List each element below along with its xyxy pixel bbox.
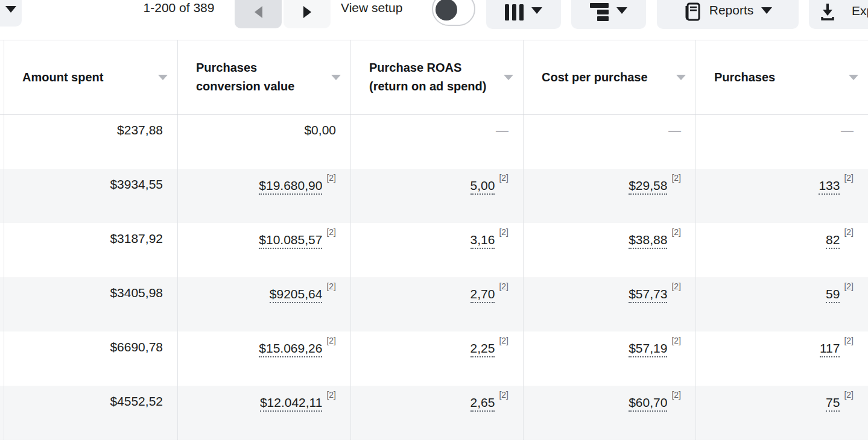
footnote-marker: [2] [671,173,681,183]
cell-amount-spent: $6690,78 [4,331,177,386]
toggle-knob [436,0,457,20]
column-header-amount-spent[interactable]: Amount spent [4,40,177,114]
chevron-down-icon [531,7,542,14]
footnote-marker: [2] [844,281,854,291]
footnote-marker: [2] [499,281,508,291]
cell-amount-spent: $3405,98 [4,277,177,331]
view-setup-toggle[interactable] [432,0,475,26]
cell-roas[interactable]: 2,25[2] [350,331,523,386]
reports-dropdown-button[interactable]: Reports [657,0,799,29]
cell-cost-per-purchase[interactable]: $57,73[2] [523,277,695,331]
download-icon [819,2,836,22]
cell-roas[interactable]: 2,65[2] [350,386,523,440]
cell-roas[interactable]: 2,70[2] [350,277,523,331]
column-header-cost-per-purchase[interactable]: Cost per purchase [523,40,695,114]
cell-cost-per-purchase[interactable]: $57,19[2] [523,331,695,386]
footnote-marker: [2] [326,173,336,183]
cell-roas[interactable]: 5,00[2] [350,169,523,223]
cell-conversion-value[interactable]: $15.069,26[2] [177,331,350,386]
report-document-icon [683,2,702,22]
breakdown-dropdown-button[interactable] [571,0,646,29]
footnote-marker: [2] [844,336,854,345]
footnote-marker: [2] [671,390,681,400]
clipped-left-dropdown-button[interactable] [0,0,22,27]
footnote-marker: [2] [499,390,508,400]
export-button[interactable]: Export [809,0,868,29]
footnote-marker: [2] [326,227,336,237]
cell-purchases[interactable]: 133[2] [695,169,868,223]
table-row: $3934,55 $19.680,90[2] 5,00[2] $29,58[2]… [0,169,868,223]
footnote-marker: [2] [499,227,508,237]
column-header-purchases[interactable]: Purchases [695,40,868,114]
previous-page-button[interactable] [235,0,282,28]
column-header-purchases-conversion-value[interactable]: Purchases conversion value [177,40,350,114]
sort-dropdown-icon[interactable] [849,75,858,80]
footnote-marker: [2] [326,390,336,400]
chevron-down-icon [761,7,772,14]
cell-conversion-value[interactable]: $12.042,11[2] [177,386,350,440]
footnote-marker: [2] [326,336,336,345]
cell-conversion-value[interactable]: $19.680,90[2] [177,169,350,223]
sort-dropdown-icon[interactable] [158,75,168,80]
cell-purchases[interactable]: 82[2] [695,223,868,277]
cell-cost-per-purchase[interactable]: $60,70[2] [523,386,695,440]
table-row: $6690,78 $15.069,26[2] 2,25[2] $57,19[2]… [0,331,868,386]
columns-dropdown-button[interactable] [486,0,561,29]
cell-conversion-value[interactable]: $10.085,57[2] [177,223,350,277]
cell-conversion-value[interactable]: $9205,64[2] [177,277,350,331]
cell-cost-per-purchase: — [523,115,695,169]
chevron-down-icon [5,6,16,13]
column-header-label: Purchases [714,68,775,87]
cell-purchases[interactable]: 59[2] [695,277,868,331]
breakdown-icon [590,3,609,21]
sort-dropdown-icon[interactable] [331,75,341,80]
columns-icon [505,4,524,20]
cell-amount-spent: $237,88 [4,115,177,169]
footnote-marker: [2] [671,227,681,237]
cell-purchases: — [695,115,868,169]
footnote-marker: [2] [499,336,508,345]
cell-amount-spent: $4552,52 [4,386,177,440]
sort-dropdown-icon[interactable] [676,75,686,80]
column-header-label: Cost per purchase [542,68,648,87]
ads-manager-table-view: 1-200 of 389 View setup Report [0,0,868,443]
table-row: $3405,98 $9205,64[2] 2,70[2] $57,73[2] 5… [0,277,868,331]
table-row: $3187,92 $10.085,57[2] 3,16[2] $38,88[2]… [0,223,868,277]
cell-cost-per-purchase[interactable]: $29,58[2] [523,169,695,223]
footnote-marker: [2] [844,227,854,237]
table-toolbar: 1-200 of 389 View setup Report [0,0,868,40]
export-button-label: Export [852,4,868,18]
column-header-label: Purchases conversion value [196,58,319,96]
chevron-down-icon [616,7,627,14]
right-arrow-icon [303,6,311,18]
reports-button-label: Reports [709,3,754,17]
next-page-button[interactable] [284,0,331,28]
footnote-marker: [2] [844,390,854,400]
table-row: $237,88 $0,00 — — — [0,115,868,169]
cell-purchases[interactable]: 117[2] [695,331,868,386]
footnote-marker: [2] [326,281,336,291]
cell-roas: — [350,115,523,169]
footnote-marker: [2] [671,281,681,291]
column-header-purchase-roas[interactable]: Purchase ROAS (return on ad spend) [350,40,523,114]
cell-purchases[interactable]: 75[2] [695,386,868,440]
table-row: $4552,52 $12.042,11[2] 2,65[2] $60,70[2]… [0,386,868,440]
footnote-marker: [2] [499,173,508,183]
cell-cost-per-purchase[interactable]: $38,88[2] [523,223,695,277]
cell-roas[interactable]: 3,16[2] [350,223,523,277]
sort-dropdown-icon[interactable] [504,75,513,80]
cell-conversion-value: $0,00 [177,115,350,169]
table-body: $237,88 $0,00 — — — $3934,55 $19.680,90[… [0,115,868,440]
left-arrow-icon [255,6,262,18]
footnote-marker: [2] [844,173,854,183]
pagination-range-label: 1-200 of 389 [132,1,226,15]
column-header-label: Purchase ROAS (return on ad spend) [369,58,492,96]
cell-amount-spent: $3934,55 [4,169,177,223]
column-header-label: Amount spent [22,68,103,87]
cell-amount-spent: $3187,92 [4,223,177,277]
footnote-marker: [2] [671,336,681,345]
view-setup-label: View setup [341,1,402,15]
table-header-row: Amount spent Purchases conversion value … [0,40,868,115]
